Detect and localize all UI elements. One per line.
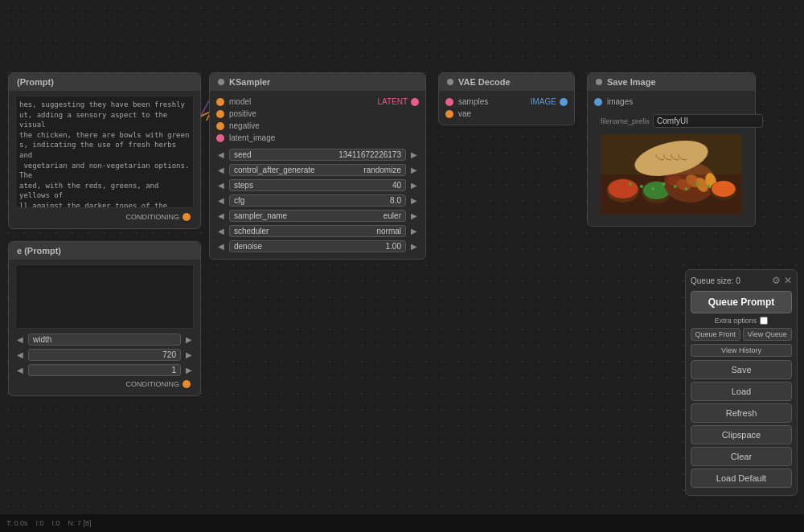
positive-conditioning-label: CONDITIONING xyxy=(15,211,194,223)
positive-prompt-title: (Prompt) xyxy=(17,77,54,87)
denoise-left-btn[interactable]: ◀ xyxy=(216,242,226,251)
scheduler-field-row: ◀ scheduler normal ▶ xyxy=(216,223,419,239)
field-row-1: ◀ 1 ▶ xyxy=(15,362,194,378)
latent-out-label: LATENT xyxy=(377,97,408,106)
vae-title: VAE Decode xyxy=(458,77,511,87)
control-left-btn[interactable]: ◀ xyxy=(216,166,226,174)
negative-prompt-header: e (Prompt) xyxy=(9,242,200,260)
control-right-btn[interactable]: ▶ xyxy=(409,166,419,174)
seed-field[interactable]: seed 13411672226173 xyxy=(229,149,406,161)
panel-icons: ⚙ ✕ xyxy=(772,275,792,286)
sub-buttons-row: Queue Front View Queue xyxy=(691,328,792,341)
load-button[interactable]: Load xyxy=(691,382,792,401)
ksampler-header: KSampler xyxy=(210,73,425,91)
sampler-field-row: ◀ sampler_name euler ▶ xyxy=(216,208,419,223)
scheduler-left-btn[interactable]: ◀ xyxy=(216,227,226,235)
extra-options-label: Extra options xyxy=(715,317,757,325)
image-out-label: IMAGE xyxy=(531,97,556,106)
val1-field: 1 xyxy=(28,364,181,376)
val1-right-btn[interactable]: ▶ xyxy=(184,366,194,374)
preview-canvas xyxy=(601,134,742,215)
status-time: T: 0.0s xyxy=(6,519,28,527)
samples-dot xyxy=(445,98,453,106)
image-preview xyxy=(601,134,742,215)
filename-prefix-input[interactable] xyxy=(653,114,763,128)
val720-left-btn[interactable]: ◀ xyxy=(15,350,25,359)
vae-in-dot xyxy=(445,110,453,118)
scheduler-field[interactable]: scheduler normal xyxy=(229,225,406,237)
view-history-row: View History xyxy=(691,344,792,357)
settings-icon-btn[interactable]: ⚙ xyxy=(772,275,781,286)
clipspace-button[interactable]: Clipspace xyxy=(691,425,792,444)
status-coord2: I:0 xyxy=(52,519,60,527)
save-image-node: Save Image images filename_prefix xyxy=(587,72,756,227)
refresh-button[interactable]: Refresh xyxy=(691,403,792,423)
load-default-button[interactable]: Load Default xyxy=(691,469,792,488)
status-bar: T: 0.0s I:0 I:0 N: 7 [8] xyxy=(0,514,804,532)
status-node-info: N: 7 [8] xyxy=(68,519,92,527)
canvas-area[interactable]: (Prompt) hes, suggesting they have been … xyxy=(0,0,804,532)
sampler-field[interactable]: sampler_name euler xyxy=(229,210,406,222)
seed-left-btn[interactable]: ◀ xyxy=(216,150,226,159)
vae-dot xyxy=(447,79,453,85)
view-queue-button[interactable]: View Queue xyxy=(743,328,793,341)
val720-right-btn[interactable]: ▶ xyxy=(184,350,194,359)
sampler-left-btn[interactable]: ◀ xyxy=(216,211,226,220)
extra-options-row: Extra options xyxy=(691,317,792,325)
view-history-button[interactable]: View History xyxy=(691,344,792,357)
queue-size-label: Queue size: 0 xyxy=(691,276,740,285)
status-coord1: I:0 xyxy=(36,519,44,527)
steps-field-row: ◀ steps 40 ▶ xyxy=(216,178,419,193)
positive-prompt-content: hes, suggesting they have been freshly u… xyxy=(9,91,200,228)
samples-connector: samples xyxy=(445,96,488,108)
positive-prompt-textarea[interactable]: hes, suggesting they have been freshly u… xyxy=(15,96,194,208)
ksampler-content: model positive negative latent_image xyxy=(210,91,425,259)
positive-dot xyxy=(216,110,224,118)
control-field[interactable]: control_after_generate randomize xyxy=(229,164,406,176)
neg-conditioning-out-dot xyxy=(183,380,191,388)
denoise-field-row: ◀ denoise 1.00 ▶ xyxy=(216,239,419,254)
val720-field: 720 xyxy=(28,349,181,361)
images-in-dot xyxy=(594,98,602,106)
steps-right-btn[interactable]: ▶ xyxy=(409,181,419,190)
seed-field-row: ◀ seed 13411672226173 ▶ xyxy=(216,147,419,162)
cfg-field-row: ◀ cfg 8.0 ▶ xyxy=(216,193,419,208)
cfg-right-btn[interactable]: ▶ xyxy=(409,196,419,205)
save-button[interactable]: Save xyxy=(691,360,792,379)
positive-prompt-header: (Prompt) xyxy=(9,73,200,91)
images-connector: images xyxy=(594,96,749,108)
right-panel: Queue size: 0 ⚙ ✕ Queue Prompt Extra opt… xyxy=(685,269,798,496)
queue-prompt-button[interactable]: Queue Prompt xyxy=(691,291,792,313)
save-image-content: images filename_prefix xyxy=(588,91,755,226)
val1-left-btn[interactable]: ◀ xyxy=(15,366,25,374)
clear-button[interactable]: Clear xyxy=(691,447,792,466)
scheduler-right-btn[interactable]: ▶ xyxy=(409,227,419,235)
close-icon-btn[interactable]: ✕ xyxy=(784,275,792,286)
cfg-left-btn[interactable]: ◀ xyxy=(216,196,226,205)
image-out-dot xyxy=(560,98,568,106)
cfg-field[interactable]: cfg 8.0 xyxy=(229,194,406,207)
panel-header: Queue size: 0 ⚙ ✕ xyxy=(691,275,792,286)
save-image-header: Save Image xyxy=(588,73,755,91)
seed-right-btn[interactable]: ▶ xyxy=(409,150,419,159)
denoise-field[interactable]: denoise 1.00 xyxy=(229,240,406,252)
conditioning-out-dot xyxy=(183,213,191,221)
width-left-btn[interactable]: ◀ xyxy=(15,335,25,344)
sampler-right-btn[interactable]: ▶ xyxy=(409,211,419,220)
queue-front-button[interactable]: Queue Front xyxy=(691,328,740,341)
field-row-720: ◀ 720 ▶ xyxy=(15,347,194,362)
denoise-right-btn[interactable]: ▶ xyxy=(409,242,419,251)
model-dot xyxy=(216,98,224,106)
width-right-btn[interactable]: ▶ xyxy=(184,335,194,344)
positive-connector: positive xyxy=(216,108,275,120)
field-row-width: ◀ width ▶ xyxy=(15,332,194,347)
vae-decode-header: VAE Decode xyxy=(439,73,574,91)
steps-left-btn[interactable]: ◀ xyxy=(216,181,226,190)
negative-dot xyxy=(216,122,224,130)
extra-options-checkbox[interactable] xyxy=(760,317,768,325)
vae-decode-node: VAE Decode samples vae IMAGE xyxy=(438,72,575,125)
steps-field[interactable]: steps 40 xyxy=(229,179,406,191)
vae-connector: vae xyxy=(445,108,488,120)
filename-prefix-row: filename_prefix xyxy=(594,111,749,131)
latent-out-dot xyxy=(411,98,419,106)
